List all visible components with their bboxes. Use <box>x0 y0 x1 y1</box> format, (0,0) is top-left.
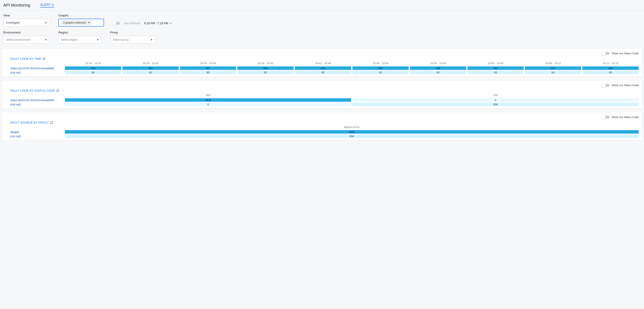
heat-cell[interactable]: 421 <box>180 66 236 70</box>
show-2xx-toggle[interactable] <box>602 52 610 55</box>
row-label: (not set) <box>10 71 64 74</box>
page-title: API Monitoring <box>3 3 30 8</box>
column-header: 500 <box>65 94 351 97</box>
row-label: Apigee <box>10 130 64 134</box>
view-filter: View investigate ▼ <box>3 14 50 27</box>
graphs-select-value: 3 graphs selected <box>63 21 86 24</box>
heat-cell[interactable]: 461 <box>122 66 179 70</box>
heat-cell[interactable]: 441 <box>295 66 351 70</box>
column-header: 200 <box>352 94 639 97</box>
column-header: 18:42 - 18:48 <box>295 62 351 66</box>
swap-icon[interactable] <box>56 89 59 92</box>
row-label: (not set) <box>10 103 64 106</box>
time-range-select[interactable]: 6:18 PM - 7:18 PM <box>144 22 172 25</box>
heat-cell[interactable]: 445 <box>582 66 639 70</box>
chevron-down-icon: ▼ <box>88 21 90 24</box>
heat-cell[interactable]: 63 <box>582 71 639 74</box>
column-header: 18:30 - 18:36 <box>180 62 236 66</box>
row-label: steps.json2xml.SourceUnavailable <box>10 67 64 70</box>
region-label: Region <box>58 31 102 34</box>
proxy-placeholder: Select proxy <box>113 38 129 41</box>
view-label: View <box>3 14 50 17</box>
heat-cell[interactable]: 64 <box>65 71 121 74</box>
card-fault-source-by-proxy: Show 2xx Status Code FAULT SOURCE BY PRO… <box>2 113 642 140</box>
graphs-chip: 3 graphs selected ▼ <box>61 20 92 25</box>
view-select-value: investigate <box>6 21 20 24</box>
filters-row-1: View investigate ▼ Graphs 3 graphs selec… <box>0 10 644 27</box>
row-label: steps.json2xml.SourceUnavailable <box>10 99 64 102</box>
heat-cell[interactable]: 63 <box>410 71 466 74</box>
heat-cell[interactable]: 62 <box>122 71 179 74</box>
card-top-controls: Show 2xx Status Code <box>602 116 639 119</box>
heat-cell[interactable]: 436 <box>410 66 466 70</box>
show-2xx-label: Show 2xx Status Code <box>612 84 639 87</box>
filters-row-2: Environment Select environment ▼ Region … <box>0 27 644 49</box>
card-title: FAULT CODE BY TIME <box>10 57 639 61</box>
heat-cell[interactable]: 63 <box>468 71 524 74</box>
proxy-select[interactable]: Select proxy ▼ <box>110 36 155 44</box>
card-title: FAULT CODE BY STATUS CODE <box>10 89 639 92</box>
heat-cell[interactable]: 4418 <box>65 130 639 134</box>
card-fault-code-by-status: Show 2xx Status Code FAULT CODE BY STATU… <box>2 81 642 108</box>
card-fault-code-by-time: Show 2xx Status Code FAULT CODE BY TIME … <box>2 49 642 76</box>
row-label: (not set) <box>10 135 64 138</box>
proxy-label: Proxy <box>110 31 155 34</box>
heat-cell[interactable]: 634 <box>65 134 639 138</box>
heat-cell[interactable]: 442 <box>525 66 581 70</box>
column-header: apigee-errors <box>65 125 639 129</box>
card-top-controls: Show 2xx Status Code <box>602 52 639 55</box>
show-2xx-label: Show 2xx Status Code <box>612 52 639 55</box>
heat-cell[interactable]: 634 <box>352 103 639 106</box>
chevron-down-icon <box>169 22 172 25</box>
region-placeholder: Select region <box>61 38 78 41</box>
column-header: 18:48 - 18:54 <box>352 62 409 66</box>
auto-refresh-label: Auto Refresh <box>124 22 140 25</box>
heat-cell[interactable]: 62 <box>352 71 409 74</box>
heat-cell[interactable]: 444 <box>65 66 121 70</box>
auto-refresh-toggle[interactable] <box>112 22 120 25</box>
proxy-filter: Proxy Select proxy ▼ <box>110 31 155 44</box>
chevron-down-icon: ▼ <box>150 39 153 41</box>
heat-cell[interactable]: 64 <box>525 71 581 74</box>
environment-label: Environment <box>3 31 50 34</box>
svg-line-0 <box>52 4 54 5</box>
region-select[interactable]: Select region ▼ <box>58 36 102 44</box>
fault-proxy-grid: apigee-errorsApigee4418(not set)634 <box>10 125 639 138</box>
page-header: API Monitoring ALERT <box>0 0 644 10</box>
heat-cell[interactable]: 0 <box>352 98 639 102</box>
heat-cell[interactable]: 0 <box>65 103 351 106</box>
column-header: 18:54 - 19:00 <box>410 62 466 66</box>
chevron-down-icon: ▼ <box>45 21 47 24</box>
heat-cell[interactable]: 63 <box>237 71 294 74</box>
heat-cell[interactable]: 443 <box>468 66 524 70</box>
graphs-label: Graphs <box>58 14 104 17</box>
environment-select[interactable]: Select environment ▼ <box>3 36 50 44</box>
heat-cell[interactable]: 65 <box>180 71 236 74</box>
column-header: 18:36 - 18:42 <box>237 62 294 66</box>
card-title-text: FAULT SOURCE BY PROXY <box>10 121 49 124</box>
heat-cell[interactable]: 444 <box>237 66 294 70</box>
heat-cell[interactable]: 4418 <box>65 98 351 102</box>
alert-link[interactable]: ALERT <box>40 3 54 8</box>
heat-cell[interactable]: 65 <box>295 71 351 74</box>
graphs-select[interactable]: 3 graphs selected ▼ <box>58 19 104 27</box>
swap-icon[interactable] <box>50 121 53 124</box>
card-top-controls: Show 2xx Status Code <box>602 84 639 87</box>
refresh-time-row: Auto Refresh 6:18 PM - 7:18 PM <box>112 20 172 27</box>
fault-status-grid: 500200steps.json2xml.SourceUnavailable44… <box>10 94 639 106</box>
card-title-text: FAULT CODE BY TIME <box>10 57 41 61</box>
chevron-down-icon: ▼ <box>45 39 47 41</box>
heat-cell[interactable]: 441 <box>352 66 409 70</box>
view-select[interactable]: investigate ▼ <box>3 19 50 27</box>
show-2xx-toggle[interactable] <box>602 84 610 87</box>
column-header: 19:06 - 19:12 <box>525 62 581 66</box>
region-filter: Region Select region ▼ <box>58 31 102 44</box>
swap-icon[interactable] <box>42 57 46 60</box>
column-header: 19:00 - 19:06 <box>468 62 524 66</box>
column-header: 18:24 - 18:30 <box>122 62 179 66</box>
show-2xx-toggle[interactable] <box>602 116 610 119</box>
alert-link-label: ALERT <box>40 3 50 7</box>
external-link-icon <box>51 4 54 6</box>
chevron-down-icon: ▼ <box>96 39 99 41</box>
environment-filter: Environment Select environment ▼ <box>3 31 50 44</box>
